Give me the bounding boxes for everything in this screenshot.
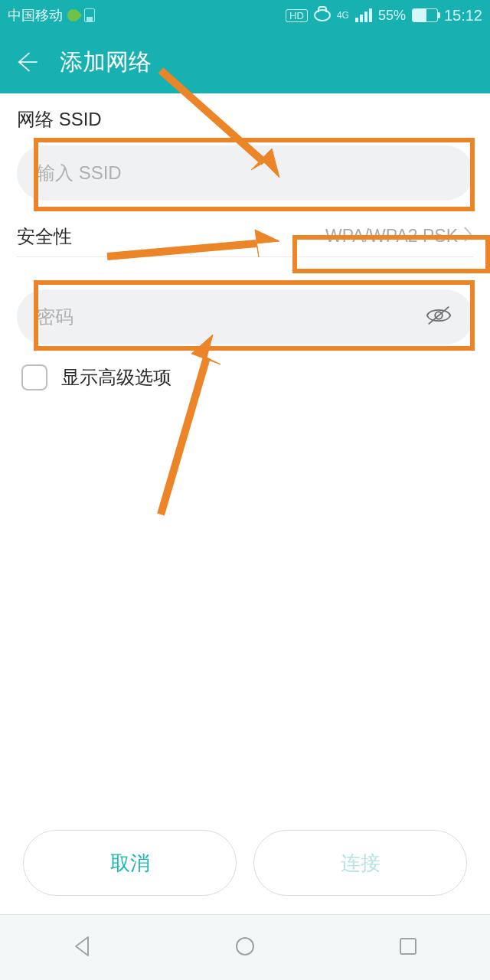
chevron-right-icon xyxy=(462,226,473,247)
status-bar: 中国移动 HD 4G 55% 15:12 xyxy=(0,0,490,31)
eye-off-icon[interactable] xyxy=(424,301,453,333)
carrier-label: 中国移动 xyxy=(8,6,63,24)
cancel-button[interactable]: 取消 xyxy=(23,830,237,896)
system-nav-bar xyxy=(0,914,490,980)
advanced-options-label: 显示高级选项 xyxy=(61,365,172,390)
advanced-options-checkbox[interactable] xyxy=(21,364,47,390)
svg-point-8 xyxy=(237,938,253,955)
security-row[interactable]: 安全性 WPA/WPA2 PSK xyxy=(17,220,473,257)
nav-recent-icon[interactable] xyxy=(396,934,420,962)
page-title: 添加网络 xyxy=(60,47,152,78)
action-bar: 取消 连接 xyxy=(0,830,490,896)
nav-back-icon[interactable] xyxy=(70,934,94,962)
signal-icon xyxy=(355,8,372,22)
nav-home-icon[interactable] xyxy=(233,934,257,962)
eye-comfort-icon xyxy=(314,9,331,21)
svg-rect-9 xyxy=(400,939,416,954)
back-arrow-icon[interactable] xyxy=(14,49,40,75)
network-type-label: 4G xyxy=(337,11,349,20)
ssid-label: 网络 SSID xyxy=(17,107,473,132)
hd-icon: HD xyxy=(286,9,308,22)
leaf-icon xyxy=(65,7,83,24)
battery-icon xyxy=(412,8,438,22)
connect-button[interactable]: 连接 xyxy=(253,830,467,896)
battery-percent-label: 55% xyxy=(378,8,406,24)
app-bar: 添加网络 xyxy=(0,31,490,93)
ssid-input[interactable] xyxy=(17,145,473,201)
clock-label: 15:12 xyxy=(444,7,482,24)
security-value: WPA/WPA2 PSK xyxy=(325,226,458,247)
security-label: 安全性 xyxy=(17,224,72,249)
content-area: 网络 SSID 安全性 WPA/WPA2 PSK 显 xyxy=(0,93,490,404)
sim-card-icon xyxy=(84,8,95,22)
annotation-arrow-password xyxy=(122,331,245,533)
password-input[interactable] xyxy=(17,289,473,345)
